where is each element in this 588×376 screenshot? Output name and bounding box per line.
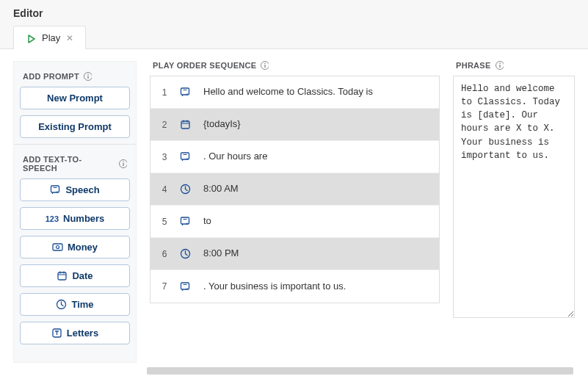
- play-icon: [26, 33, 36, 43]
- date-icon: [180, 119, 193, 130]
- right-panel: PHRASE: [453, 61, 575, 363]
- tab-play[interactable]: Play ✕: [13, 26, 86, 49]
- letters-label: Letters: [67, 328, 98, 339]
- sequence-row[interactable]: 7. Your business is important to us.: [150, 270, 439, 303]
- speech-button[interactable]: Speech: [20, 178, 130, 201]
- new-prompt-button[interactable]: New Prompt: [20, 87, 130, 109]
- existing-prompt-button[interactable]: Existing Prompt: [20, 115, 130, 138]
- sequence-row[interactable]: 68:00 PM: [150, 238, 439, 270]
- letters-icon: [51, 328, 62, 339]
- info-icon[interactable]: [495, 61, 504, 70]
- money-button[interactable]: Money: [20, 236, 130, 258]
- sequence-row[interactable]: 3. Our hours are: [150, 141, 439, 173]
- sequence-number: 1: [159, 87, 170, 98]
- time-label: Time: [71, 299, 93, 310]
- numbers-icon: 123: [46, 214, 59, 223]
- time-icon: [180, 248, 193, 259]
- page-title: Editor: [0, 0, 588, 19]
- add-tts-heading: ADD TEXT-TO-SPEECH: [20, 145, 130, 178]
- new-prompt-label: New Prompt: [47, 93, 103, 104]
- sequence-number: 6: [159, 249, 170, 259]
- tab-label: Play: [42, 32, 60, 43]
- speech-label: Speech: [65, 184, 99, 195]
- phrase-heading-text: PHRASE: [456, 61, 491, 70]
- speech-icon: [180, 216, 193, 227]
- sequence-number: 7: [159, 281, 170, 292]
- sequence-row[interactable]: 5to: [150, 206, 439, 238]
- workspace: ADD PROMPT New Prompt Existing Prompt AD…: [0, 49, 588, 366]
- numbers-button[interactable]: 123 Numbers: [20, 207, 130, 230]
- horizontal-scrollbar[interactable]: [147, 367, 573, 375]
- time-icon: [56, 299, 67, 310]
- sequence-text: to: [203, 215, 430, 228]
- speech-icon: [180, 87, 193, 98]
- sequence-text: {todayIs}: [203, 118, 430, 131]
- sequence-number: 5: [159, 217, 170, 227]
- date-label: Date: [72, 270, 92, 281]
- date-icon: [57, 270, 68, 281]
- phrase-heading: PHRASE: [453, 61, 575, 76]
- sequence-heading-text: PLAY ORDER SEQUENCE: [153, 61, 256, 70]
- numbers-label: Numbers: [63, 213, 104, 224]
- sequence-row[interactable]: 48:00 AM: [150, 173, 439, 206]
- add-prompt-heading-text: ADD PROMPT: [23, 72, 79, 81]
- phrase-textarea[interactable]: [453, 76, 575, 318]
- speech-icon: [180, 151, 193, 162]
- sequence-row[interactable]: 1Hello and welcome to Classics. Today is: [150, 76, 439, 109]
- tabs: Play ✕: [13, 25, 588, 48]
- center-panel: PLAY ORDER SEQUENCE 1Hello and welcome t…: [150, 61, 440, 363]
- add-prompt-heading: ADD PROMPT: [20, 62, 130, 87]
- info-icon[interactable]: [83, 72, 92, 81]
- left-panel: ADD PROMPT New Prompt Existing Prompt AD…: [13, 61, 137, 363]
- info-icon[interactable]: [260, 61, 269, 70]
- sequence-text: . Your business is important to us.: [203, 281, 430, 293]
- money-label: Money: [68, 242, 98, 253]
- sequence-number: 2: [159, 120, 170, 130]
- add-tts-heading-text: ADD TEXT-TO-SPEECH: [23, 155, 115, 173]
- sequence-text: . Our hours are: [203, 151, 430, 163]
- time-icon: [180, 184, 193, 195]
- speech-icon: [50, 184, 61, 195]
- sequence-text: Hello and welcome to Classics. Today is: [203, 86, 430, 98]
- sequence-text: 8:00 AM: [203, 183, 430, 195]
- date-button[interactable]: Date: [20, 264, 130, 287]
- speech-icon: [180, 281, 193, 292]
- sequence-list: 1Hello and welcome to Classics. Today is…: [150, 76, 440, 303]
- time-button[interactable]: Time: [20, 293, 130, 316]
- sequence-row[interactable]: 2{todayIs}: [150, 109, 439, 141]
- sequence-heading: PLAY ORDER SEQUENCE: [150, 61, 440, 76]
- editor-header: Editor Play ✕: [0, 0, 588, 49]
- sequence-number: 3: [159, 152, 170, 162]
- money-icon: [52, 242, 63, 253]
- letters-button[interactable]: Letters: [20, 322, 130, 344]
- sequence-number: 4: [159, 184, 170, 195]
- sequence-text: 8:00 PM: [203, 247, 430, 260]
- existing-prompt-label: Existing Prompt: [38, 121, 112, 132]
- close-icon[interactable]: ✕: [66, 33, 73, 43]
- info-icon[interactable]: [118, 159, 127, 168]
